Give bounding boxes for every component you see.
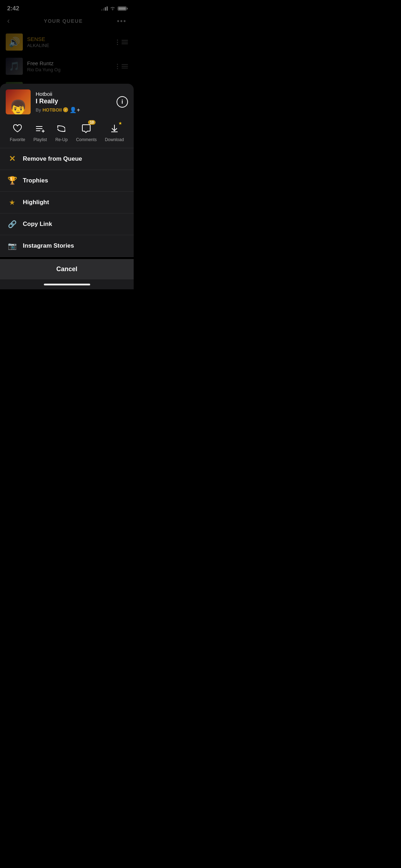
sheet-artist-name: Hotboii [36, 91, 112, 97]
verified-badge: ✓ [63, 107, 68, 112]
highlight-icon: ★ [7, 197, 17, 207]
download-action[interactable]: ★ Download [105, 122, 124, 142]
download-label: Download [105, 137, 124, 142]
favorite-icon [11, 122, 24, 135]
info-button[interactable]: i [117, 96, 128, 108]
comments-action[interactable]: 10 Comments [76, 122, 97, 142]
action-row: Favorite Playlist [0, 119, 134, 148]
remove-queue-label: Remove from Queue [23, 155, 82, 162]
by-label: By [36, 107, 41, 113]
reup-icon [55, 122, 68, 135]
copy-link-icon: 🔗 [7, 219, 17, 229]
playlist-icon [34, 122, 47, 135]
sheet-track-thumbnail: 👦 [6, 89, 31, 114]
home-indicator-bar [44, 284, 90, 285]
cancel-button[interactable]: Cancel [0, 257, 134, 279]
playlist-label: Playlist [34, 137, 47, 142]
artist-link[interactable]: HOTBOII [42, 107, 62, 113]
sheet-track-info: Hotboii I Really By HOTBOII ✓ 👤+ [36, 91, 112, 113]
highlight-item[interactable]: ★ Highlight [0, 192, 134, 213]
bottom-sheet: 👦 Hotboii I Really By HOTBOII ✓ 👤+ i Fav… [0, 84, 134, 289]
comments-badge: 10 [88, 120, 96, 125]
instagram-icon: 📷 [7, 241, 17, 251]
instagram-stories-item[interactable]: 📷 Instagram Stories [0, 235, 134, 257]
sheet-by-line: By HOTBOII ✓ 👤+ [36, 107, 112, 113]
playlist-action[interactable]: Playlist [34, 122, 47, 142]
sheet-track-header: 👦 Hotboii I Really By HOTBOII ✓ 👤+ i [0, 84, 134, 119]
favorite-label: Favorite [10, 137, 25, 142]
reup-label: Re-Up [55, 137, 68, 142]
home-indicator [0, 279, 134, 289]
add-user-icon[interactable]: 👤+ [70, 107, 80, 113]
comments-label: Comments [76, 137, 97, 142]
reup-action[interactable]: Re-Up [55, 122, 68, 142]
trophies-label: Trophies [23, 177, 48, 184]
copy-link-label: Copy Link [23, 221, 52, 228]
trophies-icon: 🏆 [7, 176, 17, 186]
comments-icon: 10 [80, 122, 93, 135]
favorite-action[interactable]: Favorite [10, 122, 25, 142]
download-icon: ★ [108, 122, 121, 135]
remove-from-queue-item[interactable]: ✕ Remove from Queue [0, 148, 134, 170]
sheet-track-title: I Really [36, 98, 112, 105]
highlight-label: Highlight [23, 199, 49, 206]
instagram-stories-label: Instagram Stories [23, 242, 74, 249]
thumbnail-image: 👦 [9, 100, 27, 114]
trophies-item[interactable]: 🏆 Trophies [0, 170, 134, 192]
remove-queue-icon: ✕ [7, 154, 17, 164]
download-star-icon: ★ [118, 121, 122, 126]
copy-link-item[interactable]: 🔗 Copy Link [0, 213, 134, 235]
